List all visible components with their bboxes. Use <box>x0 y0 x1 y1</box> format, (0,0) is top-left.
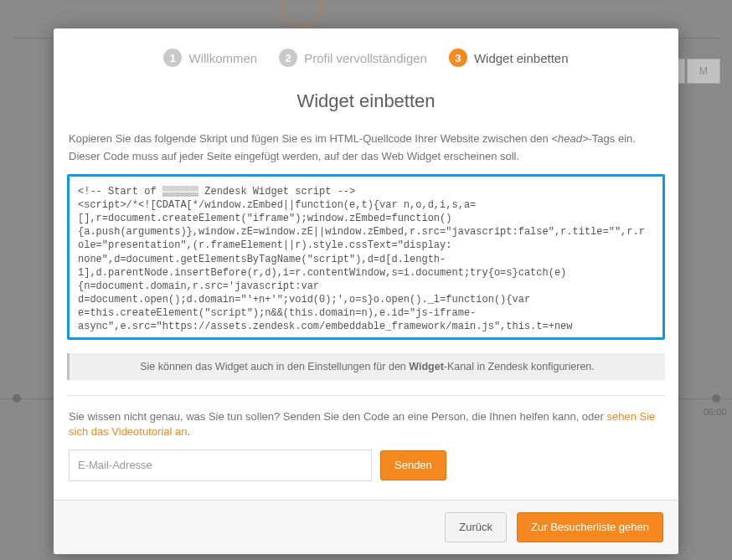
step-label: Willkommen <box>188 51 257 65</box>
step-3: 3 Widget einbetten <box>449 49 569 67</box>
background-time-label: 06:00 <box>704 407 727 417</box>
email-row: Senden <box>54 439 678 500</box>
background-timeline-line <box>678 398 732 399</box>
back-button[interactable]: Zurück <box>445 512 507 542</box>
divider <box>67 395 665 396</box>
step-1: 1 Willkommen <box>163 49 257 67</box>
code-snippet-textarea[interactable]: <!-- Start of ▒▒▒▒▒▒ Zendesk Widget scri… <box>70 177 662 337</box>
background-timeline-line <box>0 398 54 399</box>
step-indicator: 1 Willkommen 2 Profil vervollständigen 3… <box>54 49 678 67</box>
step-number-badge: 1 <box>163 49 182 67</box>
step-label: Widget einbetten <box>474 51 569 65</box>
help-text: Sie wissen nicht genau, was Sie tun soll… <box>54 409 678 439</box>
modal-footer: Zurück Zur Besucherliste gehen <box>54 500 678 554</box>
instructions-text: Kopieren Sie das folgende Skript und füg… <box>54 131 678 166</box>
email-field[interactable] <box>69 450 372 481</box>
send-button[interactable]: Senden <box>380 450 446 480</box>
background-decoration-circle <box>281 0 322 27</box>
go-to-visitor-list-button[interactable]: Zur Besucherliste gehen <box>517 512 663 542</box>
step-label: Profil vervollständigen <box>304 51 427 65</box>
onboarding-modal: 1 Willkommen 2 Profil vervollständigen 3… <box>54 28 678 554</box>
code-snippet-container: <!-- Start of ▒▒▒▒▒▒ Zendesk Widget scri… <box>67 174 665 340</box>
step-number-badge: 2 <box>279 49 297 67</box>
background-tab-2: M <box>687 59 720 84</box>
step-number-badge: 3 <box>449 49 467 67</box>
background-timeline-dot <box>712 394 720 403</box>
page-backdrop: entlich M 06:00 1 Willkommen 2 Profil ve… <box>0 0 732 560</box>
step-2: 2 Profil vervollständigen <box>279 49 427 67</box>
modal-title: Widget einbetten <box>54 90 678 112</box>
info-bar: Sie können das Widget auch in den Einste… <box>67 353 665 380</box>
background-timeline-dot <box>13 394 21 403</box>
